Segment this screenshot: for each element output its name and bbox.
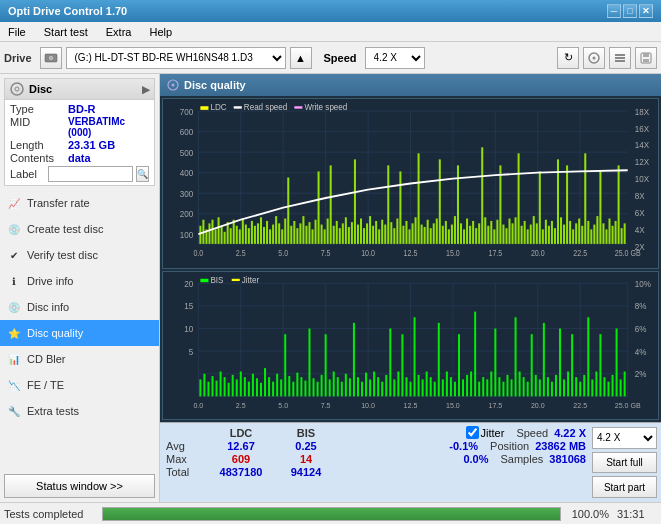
disc-contents-value: data	[68, 152, 149, 164]
disc-contents-row: Contents data	[10, 152, 149, 164]
svg-rect-42	[227, 222, 229, 244]
svg-text:20.0: 20.0	[531, 400, 545, 409]
maximize-button[interactable]: □	[623, 4, 637, 18]
svg-rect-90	[372, 226, 374, 244]
svg-rect-252	[308, 329, 310, 397]
svg-rect-161	[587, 221, 589, 244]
svg-rect-308	[535, 375, 537, 396]
svg-rect-324	[599, 334, 601, 396]
sidebar-item-fe-te[interactable]: 📉 FE / TE	[0, 372, 159, 398]
refresh-button[interactable]: ↻	[557, 47, 579, 69]
svg-rect-250	[300, 377, 302, 396]
progress-bar-container	[102, 507, 561, 521]
disc-mid-row: MID VERBATIMc (000)	[10, 116, 149, 138]
start-full-button[interactable]: Start full	[592, 452, 657, 474]
svg-rect-273	[393, 379, 395, 396]
svg-rect-76	[330, 165, 332, 243]
disc-expand-icon[interactable]: ▶	[142, 84, 150, 95]
svg-rect-59	[278, 223, 280, 244]
svg-text:2.5: 2.5	[236, 248, 246, 258]
svg-rect-159	[581, 226, 583, 244]
svg-rect-69	[308, 222, 310, 244]
max-label: Max	[166, 453, 206, 465]
disc-button[interactable]	[583, 47, 605, 69]
svg-rect-305	[523, 377, 525, 396]
status-window-button[interactable]: Status window >>	[4, 474, 155, 498]
svg-rect-81	[345, 217, 347, 244]
svg-rect-296	[486, 379, 488, 396]
sidebar-item-extra-tests[interactable]: 🔧 Extra tests	[0, 398, 159, 424]
disc-type-value: BD-R	[68, 103, 149, 115]
svg-text:7.5: 7.5	[321, 400, 331, 409]
start-part-button[interactable]: Start part	[592, 476, 657, 498]
fe-te-icon: 📉	[6, 377, 22, 393]
svg-text:0.0: 0.0	[193, 248, 203, 258]
svg-rect-290	[462, 379, 464, 396]
svg-rect-298	[494, 329, 496, 397]
menu-extra[interactable]: Extra	[102, 25, 136, 39]
sidebar-item-create-test-disc[interactable]: 💿 Create test disc	[0, 216, 159, 242]
save-button[interactable]	[635, 47, 657, 69]
disc-label-btn[interactable]: 🔍	[136, 166, 149, 182]
total-label: Total	[166, 466, 206, 478]
menu-help[interactable]: Help	[145, 25, 176, 39]
svg-rect-246	[284, 334, 286, 396]
close-button[interactable]: ✕	[639, 4, 653, 18]
svg-rect-286	[446, 372, 448, 397]
svg-rect-40	[221, 226, 223, 244]
titlebar: Opti Drive Control 1.70 ─ □ ✕	[0, 0, 661, 22]
svg-rect-60	[281, 229, 283, 243]
svg-rect-315	[563, 379, 565, 396]
svg-rect-130	[493, 229, 495, 243]
menu-file[interactable]: File	[4, 25, 30, 39]
disc-label-input[interactable]	[48, 166, 133, 182]
avg-ldc: 12.67	[206, 440, 276, 452]
chart-bis: 20 15 10 5 10% 8% 6% 4% 2% 0.0 2.5 5.0	[162, 271, 659, 420]
svg-rect-88	[366, 223, 368, 244]
svg-rect-229	[216, 381, 218, 397]
stats-headers: LDC BIS Jitter Speed 4.22 X	[166, 426, 586, 439]
minimize-button[interactable]: ─	[607, 4, 621, 18]
speed-select-stats[interactable]: 4.2 X	[592, 427, 657, 449]
svg-rect-129	[490, 221, 492, 244]
svg-rect-279	[418, 375, 420, 396]
avg-jitter: -0.1%	[449, 440, 478, 452]
svg-rect-253	[313, 378, 315, 396]
sidebar-item-cd-bler[interactable]: 📊 CD Bler	[0, 346, 159, 372]
sidebar-item-transfer-rate[interactable]: 📈 Transfer rate	[0, 190, 159, 216]
sidebar-item-drive-info[interactable]: ℹ Drive info	[0, 268, 159, 294]
svg-text:600: 600	[180, 127, 194, 138]
svg-rect-243	[272, 382, 274, 397]
svg-rect-56	[269, 229, 271, 243]
svg-text:400: 400	[180, 168, 194, 179]
svg-rect-150	[554, 228, 556, 244]
drive-select[interactable]: (G:) HL-DT-ST BD-RE WH16NS48 1.D3	[66, 47, 286, 69]
svg-rect-247	[288, 376, 290, 396]
settings-button[interactable]	[609, 47, 631, 69]
svg-rect-48	[245, 225, 247, 244]
svg-text:18X: 18X	[635, 106, 649, 117]
svg-rect-292	[470, 372, 472, 397]
svg-rect-54	[263, 227, 265, 244]
drive-info-icon: ℹ	[6, 273, 22, 289]
svg-rect-267	[369, 379, 371, 396]
sidebar-item-disc-info[interactable]: 💿 Disc info	[0, 294, 159, 320]
jitter-checkbox[interactable]	[466, 426, 479, 439]
speed-select[interactable]: 4.2 X	[365, 47, 425, 69]
svg-rect-302	[511, 379, 513, 396]
create-test-disc-icon: 💿	[6, 221, 22, 237]
svg-rect-269	[377, 377, 379, 396]
svg-rect-63	[290, 226, 292, 244]
svg-rect-120	[463, 229, 465, 243]
disc-panel-title: Disc	[29, 83, 52, 95]
svg-text:700: 700	[180, 106, 194, 117]
svg-rect-235	[240, 372, 242, 397]
sidebar-item-disc-quality[interactable]: ⭐ Disc quality	[0, 320, 159, 346]
menu-start-test[interactable]: Start test	[40, 25, 92, 39]
svg-rect-307	[531, 334, 533, 396]
eject-button[interactable]: ▲	[290, 47, 312, 69]
svg-rect-116	[451, 225, 453, 244]
sidebar-item-verify-test-disc[interactable]: ✔ Verify test disc	[0, 242, 159, 268]
svg-rect-167	[605, 229, 607, 243]
svg-rect-89	[369, 216, 371, 244]
